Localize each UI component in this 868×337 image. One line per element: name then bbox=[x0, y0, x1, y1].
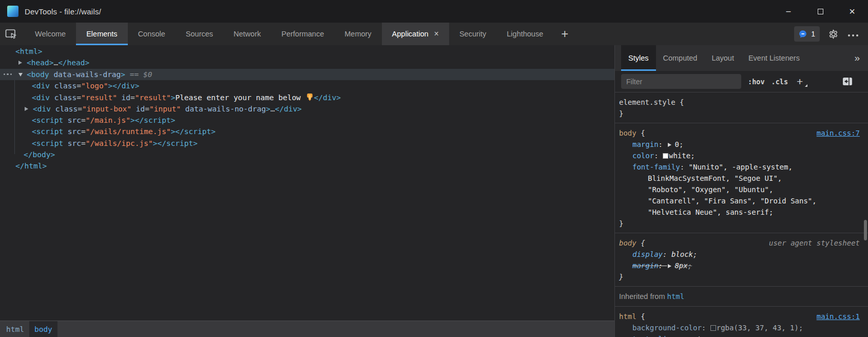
css-property-font-family[interactable]: font-family: "Nunito", -apple-system, bbox=[615, 161, 868, 173]
tab-performance[interactable]: Performance bbox=[271, 23, 334, 45]
syntax-token: src bbox=[63, 116, 81, 124]
dom-node-row[interactable]: <script src="/main.js"></script> bbox=[0, 115, 614, 126]
styles-filter-input[interactable] bbox=[621, 74, 741, 89]
color-swatch[interactable] bbox=[663, 153, 668, 159]
colon: : bbox=[659, 140, 667, 148]
syntax-token: src bbox=[63, 139, 81, 147]
syntax-token: <script bbox=[32, 116, 63, 124]
tab-welcome[interactable]: Welcome bbox=[25, 23, 76, 45]
more-tools-button[interactable]: + bbox=[553, 23, 576, 45]
twisty-icon[interactable] bbox=[18, 72, 27, 77]
syntax-token: "logo" bbox=[81, 82, 108, 90]
syntax-token: = bbox=[81, 127, 86, 136]
css-property-text-align[interactable]: text-align: center; bbox=[615, 333, 868, 337]
syntax-token: > bbox=[121, 70, 125, 79]
colon: : bbox=[702, 324, 710, 332]
node-overflow-dots-icon[interactable] bbox=[3, 69, 13, 80]
inspect-element-button[interactable] bbox=[0, 23, 22, 45]
crumb-html[interactable]: html bbox=[1, 321, 29, 337]
crumb-body[interactable]: body bbox=[29, 321, 57, 337]
color-swatch[interactable] bbox=[710, 325, 716, 331]
css-rule-body: body {user agent stylesheetdisplay: bloc… bbox=[615, 233, 868, 287]
chevron-down-icon bbox=[18, 73, 23, 77]
syntax-token: <script bbox=[32, 127, 63, 136]
chevron-right-icon bbox=[18, 61, 22, 65]
settings-button[interactable] bbox=[826, 27, 840, 41]
expand-shorthand-icon[interactable] bbox=[668, 143, 671, 147]
overflow-tabs-button[interactable]: » bbox=[854, 52, 860, 64]
semicolon: ; bbox=[710, 335, 715, 337]
styles-tab-event-listeners[interactable]: Event Listeners bbox=[741, 45, 807, 71]
styles-tab-label: Event Listeners bbox=[748, 54, 800, 62]
tab-security[interactable]: Security bbox=[449, 23, 496, 45]
syntax-token: "/wails/ipc.js" bbox=[86, 139, 153, 147]
css-selector[interactable]: body bbox=[619, 237, 636, 249]
expand-shorthand-icon[interactable] bbox=[668, 264, 671, 268]
stylesheet-link[interactable]: main.css:7 bbox=[817, 127, 860, 139]
css-property-margin[interactable]: margin: 8px; bbox=[615, 260, 868, 271]
dom-tree: <html><head>…</head><body data-wails-dra… bbox=[0, 45, 614, 321]
tab-memory[interactable]: Memory bbox=[334, 23, 381, 45]
tab-label: Network bbox=[234, 30, 261, 38]
tab-console[interactable]: Console bbox=[128, 23, 176, 45]
minimize-button[interactable]: – bbox=[773, 0, 804, 23]
css-property-display[interactable]: display: block; bbox=[615, 249, 868, 260]
toggle-element-state-button[interactable]: :hov bbox=[748, 78, 765, 86]
styles-tab-list: StylesComputedLayoutEvent Listeners bbox=[621, 45, 807, 71]
css-selector[interactable]: element.style bbox=[619, 97, 676, 108]
inherited-node-link[interactable]: html bbox=[667, 292, 685, 301]
gear-icon bbox=[828, 29, 839, 40]
syntax-token: ></script> bbox=[171, 127, 216, 136]
css-property-margin[interactable]: margin: 0; bbox=[615, 139, 868, 150]
point-down-emoji-icon bbox=[306, 93, 314, 101]
dom-node-code: <div class="input-box" id="input" data-w… bbox=[33, 105, 302, 113]
css-selector[interactable]: html bbox=[619, 311, 636, 322]
dom-node-row[interactable]: <div class="input-box" id="input" data-w… bbox=[0, 103, 614, 114]
dom-node-row[interactable]: <html> bbox=[0, 46, 614, 57]
issues-counter-button[interactable]: 1 bbox=[794, 26, 820, 42]
syntax-token: class bbox=[50, 93, 76, 102]
tab-network[interactable]: Network bbox=[223, 23, 271, 45]
maximize-button[interactable] bbox=[804, 0, 836, 23]
scrollbar-thumb[interactable] bbox=[864, 220, 867, 240]
dom-node-row[interactable]: <script src="/wails/runtime.js"></script… bbox=[0, 126, 614, 137]
tab-application[interactable]: Application× bbox=[382, 23, 449, 45]
css-property-color[interactable]: color: white; bbox=[615, 150, 868, 161]
tab-sources[interactable]: Sources bbox=[176, 23, 223, 45]
syntax-token: class bbox=[51, 105, 78, 113]
toggle-computed-sidebar-button[interactable] bbox=[842, 77, 853, 86]
dom-node-row[interactable]: </body> bbox=[0, 149, 614, 160]
css-selector[interactable]: body bbox=[619, 127, 636, 139]
close-button[interactable]: × bbox=[836, 0, 868, 23]
dom-node-row[interactable]: <head>…</head> bbox=[0, 57, 614, 68]
dom-node-row[interactable]: <div class="result" id="result">Please e… bbox=[0, 91, 614, 103]
tab-elements[interactable]: Elements bbox=[76, 23, 127, 45]
property-name: display bbox=[632, 250, 663, 258]
elements-panel: <html><head>…</head><body data-wails-dra… bbox=[0, 45, 614, 337]
styles-tab-styles[interactable]: Styles bbox=[621, 45, 656, 71]
dom-node-row[interactable]: </html> bbox=[0, 160, 614, 172]
syntax-token: </div> bbox=[275, 105, 301, 113]
property-name: color bbox=[632, 152, 654, 160]
stylesheet-link[interactable]: main.css:1 bbox=[817, 311, 860, 322]
property-value-wrap: "Cantarell", "Fira Sans", "Droid Sans", bbox=[615, 195, 868, 207]
open-brace: { bbox=[636, 311, 645, 322]
twisty-icon[interactable] bbox=[25, 107, 33, 111]
close-tab-icon[interactable]: × bbox=[434, 29, 439, 39]
styles-tab-layout[interactable]: Layout bbox=[704, 45, 741, 71]
css-rule-element.style: element.style {} bbox=[615, 92, 868, 123]
dom-node-row[interactable]: <body data-wails-drag> == $0 bbox=[0, 69, 614, 80]
css-property-background-color[interactable]: background-color: rgba(33, 37, 43, 1); bbox=[615, 322, 868, 333]
dom-node-code: <div class="result" id="result">Please e… bbox=[32, 93, 341, 102]
tab-lighthouse[interactable]: Lighthouse bbox=[496, 23, 553, 45]
new-style-rule-button[interactable]: + bbox=[795, 77, 805, 87]
twisty-icon[interactable] bbox=[18, 61, 27, 65]
syntax-token: ></script> bbox=[153, 139, 198, 147]
syntax-token: <div bbox=[32, 82, 50, 90]
dom-node-row[interactable]: <script src="/wails/ipc.js"></script> bbox=[0, 137, 614, 148]
toggle-element-classes-button[interactable]: .cls bbox=[771, 78, 788, 86]
customize-menu-button[interactable] bbox=[846, 27, 860, 41]
styles-tab-computed[interactable]: Computed bbox=[656, 45, 705, 71]
syntax-token: </div> bbox=[314, 93, 341, 102]
dom-node-row[interactable]: <div class="logo"></div> bbox=[0, 80, 614, 91]
